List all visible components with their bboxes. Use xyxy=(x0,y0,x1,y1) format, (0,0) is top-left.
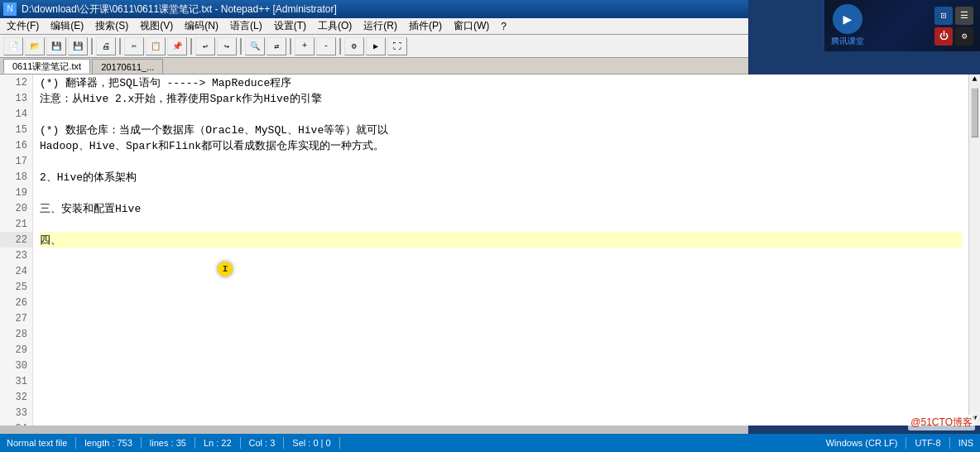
status-charset: UTF-8 xyxy=(915,438,940,448)
line-num-24: 24 xyxy=(0,263,32,279)
replace-button[interactable]: ⇄ xyxy=(267,37,286,55)
line-num-32: 32 xyxy=(0,389,32,405)
line-num-28: 28 xyxy=(0,326,32,342)
status-col: Col : 3 xyxy=(249,438,276,448)
tencent-panel: ▶ 腾讯课堂 ⊡ ☰ ⏻ ⚙ xyxy=(823,0,980,51)
status-div-6 xyxy=(339,437,340,449)
menu-edit[interactable]: 编辑(E) xyxy=(46,17,89,35)
status-div-7 xyxy=(906,437,906,449)
code-line-29 xyxy=(40,342,962,358)
status-file-type: Normal text file xyxy=(7,438,67,448)
menu-tools[interactable]: 工具(O) xyxy=(313,17,357,35)
tencent-ctrl-3[interactable]: ⏻ xyxy=(934,27,953,46)
toolbar-separator-4 xyxy=(240,38,242,55)
line-num-19: 19 xyxy=(0,185,32,200)
tab-0611-label: 0611课堂笔记.txt xyxy=(12,60,81,73)
menu-search[interactable]: 搜索(S) xyxy=(90,17,133,35)
line-numbers: 12 13 14 15 16 17 18 19 20 21 22 23 24 2… xyxy=(0,75,33,426)
window-title: D:\download\公开课\0611\0611课堂笔记.txt - Note… xyxy=(22,2,337,17)
zoom-out-button[interactable]: - xyxy=(316,37,336,55)
undo-button[interactable]: ↩ xyxy=(195,37,215,55)
line-num-13: 13 xyxy=(0,90,32,106)
run-button[interactable]: ▶ xyxy=(366,37,386,55)
line-num-17: 17 xyxy=(0,153,32,169)
menu-settings[interactable]: 设置(T) xyxy=(269,17,311,35)
scrollbar-up[interactable]: ▲ xyxy=(969,75,980,86)
editor-container: 12 13 14 15 16 17 18 19 20 21 22 23 24 2… xyxy=(0,75,980,426)
tab-0611[interactable]: 0611课堂笔记.txt xyxy=(3,59,90,74)
toolbar-separator-6 xyxy=(339,38,341,55)
line-num-20: 20 xyxy=(0,200,32,216)
line-num-31: 31 xyxy=(0,373,32,389)
code-line-28 xyxy=(40,326,962,342)
scrollbar-thumb[interactable] xyxy=(971,88,978,137)
code-line-24 xyxy=(40,263,962,279)
status-div-3 xyxy=(195,437,195,449)
code-line-13: 注意：从Hive 2.x开始，推荐使用Spark作为Hive的引擎 xyxy=(40,90,962,106)
line-num-21: 21 xyxy=(0,216,32,232)
status-div-8 xyxy=(949,437,950,449)
cut-button[interactable]: ✂ xyxy=(124,37,144,55)
code-line-27 xyxy=(40,310,962,326)
line-num-14: 14 xyxy=(0,106,32,122)
code-content[interactable]: (*) 翻译器，把SQL语句 -----> MapReduce程序 注意：从Hi… xyxy=(33,75,968,426)
paste-button[interactable]: 📌 xyxy=(167,37,187,55)
menu-language[interactable]: 语言(L) xyxy=(225,17,267,35)
code-line-21 xyxy=(40,216,962,232)
menu-encoding[interactable]: 编码(N) xyxy=(180,17,223,35)
vertical-scrollbar[interactable]: ▲ ▼ xyxy=(968,75,980,426)
code-line-18: 2、Hive的体系架构 xyxy=(40,169,962,185)
redo-button[interactable]: ↪ xyxy=(217,37,237,55)
line-num-27: 27 xyxy=(0,310,32,326)
new-button[interactable]: 📄 xyxy=(3,37,23,55)
status-div-2 xyxy=(141,437,142,449)
menu-plugins[interactable]: 插件(P) xyxy=(404,17,447,35)
line-num-34: 34 xyxy=(0,421,32,426)
tencent-ctrl-4[interactable]: ⚙ xyxy=(955,27,973,46)
tencent-ctrl-1[interactable]: ⊡ xyxy=(934,7,953,25)
scrollbar-track[interactable] xyxy=(969,86,980,414)
zoom-in-button[interactable]: + xyxy=(295,37,315,55)
line-num-30: 30 xyxy=(0,358,32,373)
save-button[interactable]: 💾 xyxy=(46,37,66,55)
menu-file[interactable]: 文件(F) xyxy=(2,17,44,35)
line-num-26: 26 xyxy=(0,295,32,310)
save-all-button[interactable]: 💾 xyxy=(68,37,88,55)
app-icon: N xyxy=(3,2,17,16)
print-button[interactable]: 🖨 xyxy=(96,37,116,55)
code-line-15: (*) 数据仓库：当成一个数据库（Oracle、MySQL、Hive等等）就可以 xyxy=(40,122,962,137)
menu-view[interactable]: 视图(V) xyxy=(135,17,178,35)
fullscreen-button[interactable]: ⛶ xyxy=(387,37,407,55)
tencent-controls: ⊡ ☰ ⏻ ⚙ xyxy=(934,7,973,46)
status-ins: INS xyxy=(958,438,973,448)
tab-bar: 0611课堂笔记.txt 20170611_... 菜板 主刻 错题卡 笔记中 … xyxy=(0,58,980,75)
mouse-cursor: I xyxy=(218,262,233,276)
code-line-23 xyxy=(40,248,962,263)
find-button[interactable]: 🔍 xyxy=(245,37,265,55)
tencent-logo-icon: ▶ xyxy=(833,4,862,34)
code-line-16: Hadoop、Hive、Spark和Flink都可以看成数据仓库实现的一种方式。 xyxy=(40,137,962,153)
line-num-15: 15 xyxy=(0,122,32,137)
copy-button[interactable]: 📋 xyxy=(146,37,166,55)
status-ln: Ln : 22 xyxy=(204,438,232,448)
toolbar-separator-3 xyxy=(190,38,192,55)
tencent-ctrl-2[interactable]: ☰ xyxy=(955,7,973,25)
tab-20170611[interactable]: 20170611_... xyxy=(92,59,163,74)
status-div-5 xyxy=(283,437,284,449)
tab-20170611-label: 20170611_... xyxy=(101,62,154,72)
code-line-12: (*) 翻译器，把SQL语句 -----> MapReduce程序 xyxy=(40,75,962,90)
open-button[interactable]: 📂 xyxy=(25,37,45,55)
menu-run[interactable]: 运行(R) xyxy=(358,17,402,35)
status-div-1 xyxy=(75,437,76,449)
menu-window[interactable]: 窗口(W) xyxy=(449,17,494,35)
status-lines: lines : 35 xyxy=(150,438,186,448)
toolbar-separator-2 xyxy=(119,38,121,55)
status-sel: Sel : 0 | 0 xyxy=(292,438,330,448)
code-line-20: 三、安装和配置Hive xyxy=(40,200,962,216)
macro-button[interactable]: ⚙ xyxy=(344,37,364,55)
menu-help[interactable]: ? xyxy=(496,19,512,34)
editor-area[interactable]: 12 13 14 15 16 17 18 19 20 21 22 23 24 2… xyxy=(0,75,980,426)
status-encoding: Windows (CR LF) xyxy=(826,438,898,448)
code-line-33 xyxy=(40,405,962,421)
code-line-26 xyxy=(40,295,962,310)
